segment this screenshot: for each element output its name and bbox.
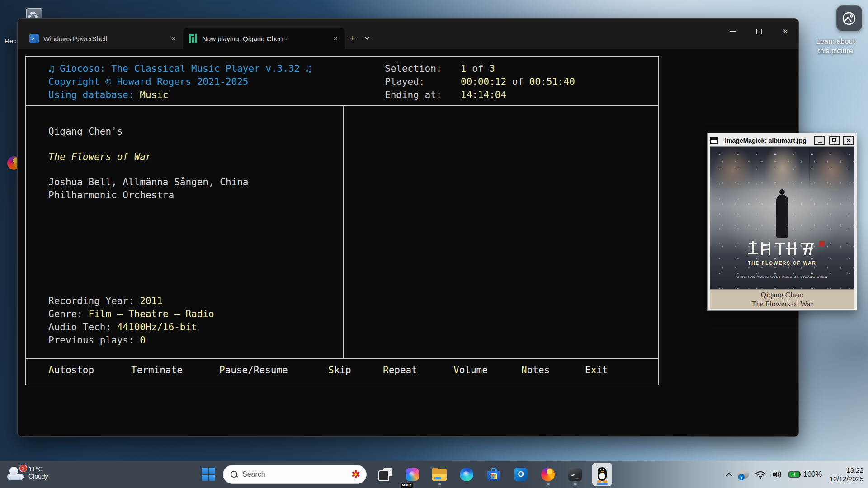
tux-icon	[596, 467, 608, 482]
tab-title: Now playing: Qigang Chen -	[202, 35, 326, 42]
speaker-icon[interactable]	[772, 470, 783, 479]
search-icon	[231, 471, 238, 478]
recording-details: Recording Year: 2011 Genre: Film – Theat…	[48, 295, 214, 347]
close-button[interactable]: ✕	[772, 19, 798, 45]
tab-close-icon[interactable]: ✕	[169, 35, 178, 42]
imagemagick-window: ImageMagick: albumart.jpg ✕ THE FLOWERS …	[707, 133, 857, 311]
onedrive-icon[interactable]: i	[737, 470, 749, 479]
weather-temp: 11°C	[28, 465, 48, 473]
terminal-window: >_ Windows PowerShell ✕ Now playing: Qig…	[17, 18, 799, 437]
outlook-button[interactable]: O	[511, 463, 531, 486]
poster-title-text: THE FLOWERS OF WAR	[710, 261, 854, 266]
caption-work: The Flowers of War	[710, 300, 854, 309]
firefox-button[interactable]	[538, 463, 558, 486]
im-minimize-button[interactable]	[814, 136, 825, 145]
menu-repeat[interactable]: Repeat	[383, 359, 417, 382]
detail-row: Genre: Film – Theatre – Radio	[48, 308, 214, 321]
battery-indicator[interactable]: 100%	[788, 470, 822, 479]
tui-menu-bar: Autostop Terminate Pause/Resume Skip Rep…	[26, 359, 658, 383]
weather-text: 11°C Cloudy	[28, 465, 48, 480]
tab-windows-powershell[interactable]: >_ Windows PowerShell ✕	[24, 28, 183, 49]
firefox-icon	[541, 468, 555, 481]
terminal-tab-bar: >_ Windows PowerShell ✕ Now playing: Qig…	[18, 19, 798, 49]
menu-pause-resume[interactable]: Pause/Resume	[219, 359, 288, 382]
windows-terminal-icon: >_	[568, 468, 582, 481]
tab-dropdown-button[interactable]	[360, 28, 374, 49]
spotlight-widget[interactable]: Learn about this picture	[822, 5, 868, 56]
desktop: ♻ Rec Learn about this picture >_ Window…	[0, 0, 868, 488]
tui-main: Qigang Chen's The Flowers of War Joshua …	[26, 106, 658, 359]
recycle-bin-label: Rec	[5, 37, 17, 45]
task-view-icon	[378, 468, 392, 481]
poster-credit-text: ORIGINAL MUSIC COMPOSED BY QIGANG CHEN	[710, 275, 854, 278]
taskbar-app-icons: M365 O	[375, 463, 612, 486]
menu-skip[interactable]: Skip	[328, 359, 351, 382]
ending-line: Ending at:14:14:04	[385, 89, 658, 102]
window-system-icon[interactable]	[710, 137, 718, 144]
windows-terminal-button[interactable]: >_	[565, 463, 585, 486]
tray-time: 13:22	[830, 466, 863, 474]
m365-copilot-button[interactable]: M365	[402, 463, 422, 486]
work-title: The Flowers of War	[48, 150, 151, 164]
system-tray: i 100% 13:22	[727, 461, 863, 488]
app-title: ♫ Giocoso: The Classical Music Player v.…	[48, 62, 385, 75]
active-indicator	[597, 483, 608, 485]
imagemagick-title: ImageMagick: albumart.jpg	[721, 137, 811, 144]
battery-percent: 100%	[803, 470, 822, 479]
tui-header: ♫ Giocoso: The Classical Music Player v.…	[26, 57, 658, 106]
wifi-icon[interactable]	[755, 470, 766, 479]
microsoft-store-icon	[487, 468, 500, 481]
detail-row: Previous plays: 0	[48, 334, 214, 347]
menu-terminate[interactable]: Terminate	[131, 359, 183, 382]
album-art-image: THE FLOWERS OF WAR ORIGINAL MUSIC COMPOS…	[710, 146, 854, 290]
m365-copilot-icon	[406, 468, 419, 481]
poster-red-seal	[819, 241, 825, 246]
cloud-icon: 2	[6, 469, 24, 480]
poinsettia-icon: ✱✱	[350, 469, 362, 480]
imagemagick-titlebar[interactable]: ImageMagick: albumart.jpg ✕	[710, 134, 854, 146]
tab-now-playing[interactable]: Now playing: Qigang Chen - ✕	[183, 28, 345, 49]
maximize-button[interactable]	[746, 19, 772, 45]
task-view-button[interactable]	[375, 463, 395, 486]
edge-icon	[460, 468, 473, 481]
learn-about-picture-icon[interactable]	[836, 5, 862, 31]
tray-date: 12/12/2025	[830, 474, 863, 483]
poster-figure-silhouette	[776, 195, 788, 238]
battery-icon	[788, 471, 801, 478]
edge-button[interactable]	[457, 463, 476, 486]
powershell-icon: >_	[29, 34, 39, 43]
clock-widget[interactable]: 13:22 12/12/2025	[830, 466, 863, 483]
taskbar: 2 11°C Cloudy Search ✱✱ M365	[0, 461, 868, 488]
weather-widget[interactable]: 2 11°C Cloudy	[6, 464, 48, 480]
taskbar-center: Search ✱✱ M365	[202, 461, 612, 488]
start-button[interactable]	[202, 468, 215, 481]
poster-face-left	[710, 147, 755, 190]
composer: Qigang Chen's	[48, 125, 123, 138]
linux-tux-button[interactable]	[592, 463, 612, 486]
caption-composer: Qigang Chen:	[710, 291, 854, 300]
im-maximize-button[interactable]	[829, 136, 840, 145]
menu-exit[interactable]: Exit	[585, 359, 608, 382]
tab-close-icon[interactable]: ✕	[331, 35, 340, 42]
detail-row: Recording Year: 2011	[48, 295, 214, 308]
outlook-icon: O	[514, 468, 528, 481]
minimize-button[interactable]	[720, 19, 746, 45]
microsoft-store-button[interactable]	[484, 463, 504, 486]
menu-volume[interactable]: Volume	[453, 359, 488, 382]
tray-chevron-up-icon[interactable]	[726, 473, 732, 479]
weather-condition: Cloudy	[28, 473, 48, 480]
menu-autostop[interactable]: Autostop	[48, 359, 94, 382]
search-box[interactable]: Search ✱✱	[223, 465, 367, 484]
running-indicator	[438, 483, 441, 485]
menu-notes[interactable]: Notes	[521, 359, 550, 382]
im-close-button[interactable]: ✕	[843, 136, 854, 145]
file-explorer-button[interactable]	[429, 463, 449, 486]
album-caption: Qigang Chen: The Flowers of War	[710, 290, 854, 309]
poster-face-center	[755, 147, 810, 190]
m365-badge: M365	[401, 483, 413, 488]
window-controls: ✕	[720, 19, 798, 45]
tui-header-right: Selection:1 of 3 Played:00:00:12 of 00:5…	[385, 62, 658, 105]
selection-line: Selection:1 of 3	[385, 62, 658, 75]
running-indicator	[547, 483, 550, 485]
new-tab-button[interactable]: +	[345, 28, 360, 49]
